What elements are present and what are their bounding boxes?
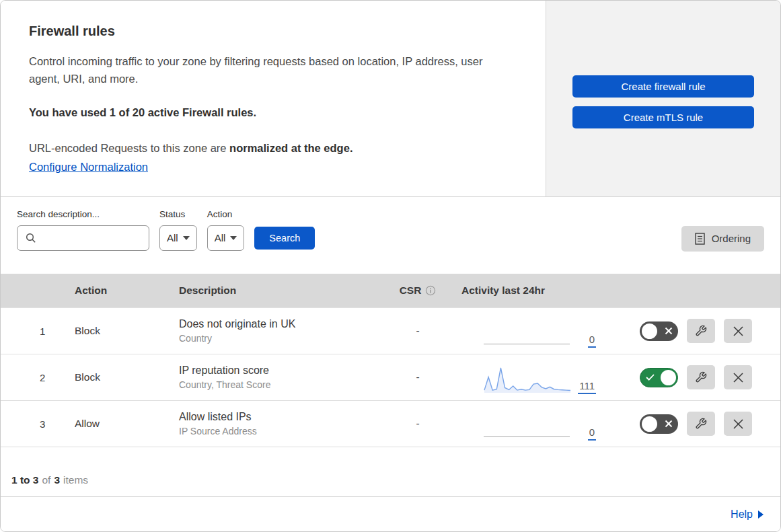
status-label: Status [159,209,197,219]
rule-action: Allow [61,418,179,430]
create-mtls-rule-button[interactable]: Create mTLS rule [572,106,754,128]
table-row: 3 Allow Allow listed IPs IP Source Addre… [1,400,780,447]
header-text-block: Firewall rules Control incoming traffic … [1,1,546,196]
firewall-rules-panel: Firewall rules Control incoming traffic … [0,0,781,532]
help-link[interactable]: Help [731,508,764,521]
toggle-knob [642,416,657,432]
column-header-description: Description [179,284,384,297]
list-document-icon [695,233,705,245]
rule-activity-cell: 111 [451,354,620,400]
ordering-button[interactable]: Ordering [681,226,764,252]
normalization-text: URL-encoded Requests to this zone are [29,142,229,154]
actions-panel: Create firewall rule Create mTLS rule [546,1,780,196]
rule-description: Allow listed IPs [179,411,384,423]
close-icon [733,372,744,383]
wrench-icon [695,371,707,383]
rule-csr-value: - [384,325,451,337]
rule-activity-cell: 0 [451,401,620,447]
rule-criteria: Country [179,333,384,344]
x-icon [665,420,673,428]
rule-csr-value: - [384,371,451,383]
activity-sparkline [484,366,571,394]
arrow-right-icon [758,510,764,519]
rule-criteria: Country, Threat Score [179,379,384,390]
create-firewall-rule-button[interactable]: Create firewall rule [572,75,754,98]
header-section: Firewall rules Control incoming traffic … [1,1,780,197]
close-icon [733,418,744,430]
close-icon [733,326,744,337]
rule-csr-value: - [384,418,451,430]
edit-rule-button[interactable] [687,412,715,436]
rule-enabled-toggle[interactable] [640,368,678,387]
action-label: Action [207,209,245,219]
of-text: of [42,474,50,486]
rule-action: Block [61,325,179,337]
status-dropdown-value: All [167,232,178,243]
delete-rule-button[interactable] [724,319,752,343]
normalization-note: URL-encoded Requests to this zone are no… [29,139,505,157]
search-input[interactable] [42,233,143,243]
rule-description: Does not originate in UK [179,318,384,330]
items-text: items [63,474,88,486]
help-link-label: Help [731,508,753,521]
chevron-down-icon [183,236,190,240]
pagination-summary: 1 to 3 of 3 items [1,447,780,496]
column-header-action: Action [61,284,179,297]
x-icon [665,327,673,335]
activity-count-link[interactable]: 111 [578,380,596,394]
table-row: 1 Block Does not originate in UK Country… [1,307,780,354]
rules-table: Action Description CSR Activity last 24h… [1,274,780,447]
activity-flat-line [484,436,570,437]
search-input-wrap [17,225,149,251]
info-icon[interactable] [425,285,436,296]
toggle-knob [661,370,676,385]
rule-description: IP reputation score [179,365,384,377]
rule-number: 3 [1,418,61,430]
rule-number: 1 [1,326,61,337]
wrench-icon [695,325,707,337]
rule-enabled-toggle[interactable] [640,414,678,434]
total-text: 3 [54,474,60,486]
page-description: Control incoming traffic to your zone by… [29,52,505,87]
action-dropdown-value: All [215,232,226,243]
help-bar: Help [1,496,780,531]
status-dropdown[interactable]: All [159,225,197,251]
range-text: 1 to 3 [11,474,38,486]
rule-enabled-toggle[interactable] [640,321,678,341]
column-header-csr: CSR [384,284,451,297]
column-header-activity: Activity last 24hr [451,284,620,297]
search-button[interactable]: Search [254,227,315,250]
rule-criteria: IP Source Address [179,426,384,436]
activity-count-link[interactable]: 0 [588,426,596,441]
search-icon [26,233,36,243]
delete-rule-button[interactable] [724,412,752,436]
usage-summary: You have used 1 of 20 active Firewall ru… [29,106,505,119]
filter-bar: Search description... Status All Action … [1,197,780,274]
rule-action: Block [61,371,179,383]
search-label: Search description... [17,209,149,219]
page-title: Firewall rules [29,24,505,39]
rule-activity-cell: 0 [451,308,620,354]
chevron-down-icon [230,236,237,240]
activity-count-link[interactable]: 0 [588,334,596,348]
wrench-icon [695,418,707,430]
delete-rule-button[interactable] [724,365,752,389]
rule-number: 2 [1,372,61,383]
ordering-button-label: Ordering [712,233,751,244]
edit-rule-button[interactable] [687,365,715,389]
check-icon [646,374,655,381]
edit-rule-button[interactable] [687,319,715,343]
activity-flat-line [484,344,570,344]
toggle-knob [642,324,657,339]
configure-normalization-link[interactable]: Configure Normalization [29,161,148,174]
table-header-row: Action Description CSR Activity last 24h… [1,274,780,307]
normalization-bold: normalized at the edge. [229,142,352,154]
action-dropdown[interactable]: All [207,225,245,251]
table-row: 2 Block IP reputation score Country, Thr… [1,354,780,400]
